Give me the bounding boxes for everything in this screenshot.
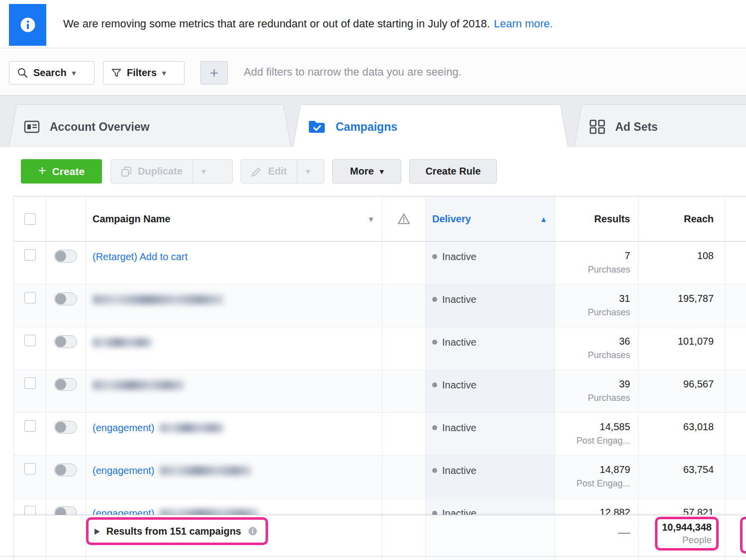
notice-banner: We are removing some metrics that are re… bbox=[0, 0, 746, 48]
more-button-label: More bbox=[350, 166, 374, 177]
toggle-knob bbox=[55, 293, 66, 304]
search-button[interactable]: Search ▾ bbox=[9, 61, 94, 85]
tab-campaigns[interactable]: Campaigns bbox=[293, 105, 568, 147]
create-button-label: Create bbox=[52, 166, 85, 178]
row-checkbox-cell bbox=[14, 327, 46, 370]
results-cell: 7 Purchases bbox=[555, 242, 639, 284]
reach-cell: 63,018 bbox=[639, 413, 725, 455]
header-results[interactable]: Results bbox=[555, 196, 639, 241]
header-campaign-name[interactable]: Campaign Name ▾ bbox=[86, 196, 382, 241]
reach-value: 108 bbox=[697, 250, 714, 262]
edit-dropdown-button[interactable]: ▾ bbox=[297, 160, 319, 183]
row-checkbox[interactable] bbox=[24, 506, 36, 515]
row-toggle-cell bbox=[46, 456, 86, 498]
delivery-cell: Inactive bbox=[426, 456, 555, 498]
table-row: Inactive 39 Purchases 96,567 bbox=[14, 370, 746, 413]
campaign-name-link[interactable]: (Retarget) Add to cart bbox=[93, 251, 187, 262]
inactive-dot-icon bbox=[432, 340, 437, 345]
table-row: Inactive 31 Purchases 195,787 bbox=[14, 284, 746, 327]
redacted-name bbox=[160, 466, 252, 475]
results-total-dash: — bbox=[618, 525, 630, 560]
row-checkbox[interactable] bbox=[24, 249, 36, 261]
banner-message: We are removing some metrics that are re… bbox=[63, 0, 553, 48]
select-all-checkbox[interactable] bbox=[24, 213, 36, 225]
footer-results-cell: — bbox=[555, 515, 639, 560]
campaign-toggle[interactable] bbox=[54, 335, 77, 348]
reach-value: 57,821 bbox=[683, 507, 714, 515]
learn-more-link[interactable]: Learn more. bbox=[494, 17, 553, 30]
results-cell: 36 Purchases bbox=[555, 327, 639, 370]
campaign-name-link[interactable]: (engagement) bbox=[93, 465, 155, 476]
create-rule-button[interactable]: Create Rule bbox=[409, 159, 497, 184]
footer-toggle-cell bbox=[46, 515, 86, 560]
table-header-row: Campaign Name ▾ Delivery ▴ Results Reach bbox=[14, 196, 746, 242]
delivery-cell: Inactive bbox=[426, 498, 555, 515]
ad-sets-grid-icon bbox=[589, 119, 605, 134]
results-type: Purchases bbox=[588, 350, 630, 361]
caret-down-icon: ▾ bbox=[72, 69, 76, 77]
edit-button-label: Edit bbox=[268, 166, 287, 177]
delivery-status-label: Inactive bbox=[442, 337, 476, 348]
footer-summary-cell: ▶ Results from 151 campaigns bbox=[86, 515, 382, 560]
campaign-name-link[interactable]: (engagement) bbox=[93, 422, 155, 433]
inactive-dot-icon bbox=[432, 254, 437, 259]
header-reach[interactable]: Reach bbox=[639, 196, 725, 241]
duplicate-icon bbox=[121, 166, 132, 177]
filters-icon bbox=[111, 68, 121, 78]
tab-account-overview[interactable]: Account Overview bbox=[9, 105, 291, 147]
reach-header-label: Reach bbox=[684, 213, 714, 225]
summary-info-icon[interactable] bbox=[248, 526, 258, 536]
row-next-column-cut bbox=[725, 456, 746, 498]
toggle-knob bbox=[55, 507, 66, 515]
results-cell: 14,879 Post Engag... bbox=[555, 456, 639, 498]
row-next-column-cut bbox=[725, 242, 746, 284]
row-next-column-cut bbox=[725, 413, 746, 455]
row-checkbox[interactable] bbox=[24, 420, 36, 432]
expander-icon[interactable]: ▶ bbox=[94, 527, 100, 536]
campaign-name-cell: (engagement) bbox=[86, 413, 382, 455]
row-toggle-cell bbox=[46, 370, 86, 412]
row-checkbox[interactable] bbox=[24, 463, 36, 474]
row-next-column-cut bbox=[725, 327, 746, 370]
row-checkbox[interactable] bbox=[24, 292, 36, 303]
campaign-toggle[interactable] bbox=[54, 250, 77, 263]
add-filter-button[interactable]: + bbox=[200, 61, 228, 85]
campaign-toggle[interactable] bbox=[54, 421, 77, 434]
campaign-toggle[interactable] bbox=[54, 464, 77, 476]
caret-down-icon: ▾ bbox=[202, 168, 206, 175]
edit-pencil-icon bbox=[251, 166, 262, 177]
duplicate-button[interactable]: Duplicate ▾ bbox=[110, 159, 233, 184]
plus-icon: + bbox=[210, 65, 219, 82]
reach-value: 63,018 bbox=[683, 421, 714, 433]
campaign-name-link[interactable]: (engagement) bbox=[93, 508, 155, 515]
caret-down-icon: ▾ bbox=[162, 69, 166, 77]
row-checkbox[interactable] bbox=[24, 335, 36, 346]
results-summary-highlight: ▶ Results from 151 campaigns bbox=[86, 517, 268, 545]
delivery-header-label: Delivery bbox=[432, 213, 471, 225]
campaign-toggle[interactable] bbox=[54, 292, 77, 305]
filters-button[interactable]: Filters ▾ bbox=[103, 61, 185, 85]
duplicate-dropdown-button[interactable]: ▾ bbox=[192, 160, 214, 183]
create-rule-button-label: Create Rule bbox=[425, 166, 480, 177]
reach-value: 96,567 bbox=[683, 378, 714, 390]
banner-message-text: We are removing some metrics that are re… bbox=[63, 17, 490, 30]
row-warning-cell bbox=[382, 413, 426, 455]
search-button-label: Search bbox=[33, 67, 67, 79]
tabs-bar: Account Overview Campaigns Ad Sets bbox=[0, 95, 746, 147]
campaign-name-cell bbox=[86, 284, 382, 327]
caret-down-icon: ▾ bbox=[380, 168, 384, 175]
more-button[interactable]: More ▾ bbox=[332, 159, 401, 184]
row-warning-cell bbox=[382, 370, 426, 412]
row-checkbox[interactable] bbox=[24, 377, 36, 389]
header-delivery[interactable]: Delivery ▴ bbox=[426, 196, 555, 241]
campaign-toggle[interactable] bbox=[54, 378, 77, 391]
edit-button[interactable]: Edit ▾ bbox=[241, 159, 324, 184]
tab-ad-sets[interactable]: Ad Sets bbox=[574, 105, 746, 147]
campaign-toggle[interactable] bbox=[54, 506, 77, 515]
campaigns-panel: + Create Duplicate ▾ Edit ▾ bbox=[0, 147, 746, 560]
create-button[interactable]: + Create bbox=[21, 159, 102, 184]
duplicate-button-label: Duplicate bbox=[138, 166, 183, 177]
row-checkbox-cell bbox=[14, 242, 46, 284]
row-checkbox-cell bbox=[14, 284, 46, 327]
results-value: 14,879 bbox=[600, 464, 630, 475]
